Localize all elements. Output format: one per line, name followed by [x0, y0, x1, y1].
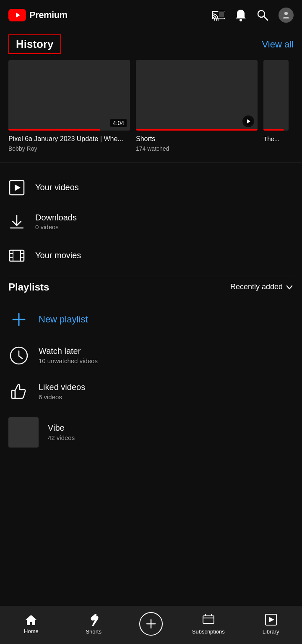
- history-thumbnails: 4:04 Pixel 6a January 2023 Update | Whe.…: [0, 60, 302, 154]
- downloads-item[interactable]: Downloads 0 videos: [8, 204, 294, 239]
- history-title[interactable]: History: [8, 34, 61, 54]
- your-videos-item[interactable]: Your videos: [8, 171, 294, 204]
- download-icon: [8, 213, 25, 230]
- progress-bar-1: [8, 129, 100, 131]
- nav-library-label: Library: [263, 628, 279, 635]
- watch-later-name: Watch later: [39, 346, 98, 356]
- watch-later-sub: 10 unwatched videos: [39, 357, 98, 364]
- thumb-img-3: [263, 60, 289, 131]
- svg-line-6: [264, 16, 268, 20]
- history-video-2[interactable]: Shorts 174 watched: [136, 60, 258, 154]
- playlists-title: Playlists: [8, 281, 49, 293]
- video-sub-2: 174 watched: [136, 145, 258, 152]
- svg-point-7: [284, 12, 288, 15]
- subscriptions-icon: [202, 613, 215, 626]
- menu-section: Your videos Downloads 0 videos: [0, 171, 302, 272]
- play-icon: [12, 11, 22, 19]
- bottom-spacer: [0, 455, 302, 505]
- video-title-1: Pixel 6a January 2023 Update | Whe...: [8, 135, 130, 144]
- nav-shorts-label: Shorts: [86, 628, 102, 635]
- your-movies-item[interactable]: Your movies: [8, 239, 294, 272]
- svg-point-4: [240, 19, 242, 21]
- video-duration-1: 4:04: [110, 119, 127, 127]
- youtube-logo[interactable]: Premium: [8, 9, 68, 21]
- svg-marker-27: [26, 615, 36, 625]
- chevron-down-icon: [285, 283, 294, 291]
- svg-marker-0: [16, 13, 20, 18]
- shorts-icon: [87, 613, 100, 626]
- home-icon: [25, 614, 37, 626]
- liked-videos-name: Liked videos: [39, 382, 85, 392]
- header-left: Premium: [8, 9, 68, 21]
- svg-marker-35: [269, 617, 274, 622]
- new-playlist-button[interactable]: New playlist: [8, 301, 294, 338]
- playlists-header: Playlists Recently added: [8, 277, 294, 301]
- header: Premium: [0, 0, 302, 30]
- nav-shorts[interactable]: Shorts: [77, 613, 110, 635]
- account-icon[interactable]: [279, 8, 294, 23]
- plus-icon: [8, 309, 29, 330]
- liked-videos-sub: 6 videos: [39, 393, 85, 401]
- nav-library[interactable]: Library: [254, 613, 288, 635]
- sort-button[interactable]: Recently added: [230, 283, 294, 291]
- thumb-img-1: 4:04: [8, 60, 130, 131]
- vibe-name: Vibe: [48, 423, 75, 433]
- video-title-3: The...: [263, 135, 289, 143]
- nav-home-label: Home: [24, 628, 39, 634]
- svg-marker-11: [15, 184, 21, 191]
- sort-label: Recently added: [230, 283, 283, 291]
- video-channel-1: Bobby Roy: [8, 145, 130, 152]
- view-all-button[interactable]: View all: [262, 39, 294, 50]
- nav-subscriptions-label: Subscriptions: [192, 628, 225, 635]
- thumb-info-3: The...: [263, 131, 289, 145]
- play-square-icon: [8, 179, 25, 196]
- nav-home[interactable]: Home: [14, 614, 48, 634]
- your-movies-label: Your movies: [35, 251, 81, 260]
- history-video-1[interactable]: 4:04 Pixel 6a January 2023 Update | Whe.…: [8, 60, 130, 154]
- thumb-info-2: Shorts 174 watched: [136, 131, 258, 154]
- thumb-info-1: Pixel 6a January 2023 Update | Whe... Bo…: [8, 131, 130, 154]
- history-section-header: History View all: [0, 30, 302, 60]
- cast-icon[interactable]: [212, 10, 225, 21]
- thumb-img-2: [136, 60, 258, 131]
- liked-videos-item[interactable]: Liked videos 6 videos: [8, 374, 294, 410]
- bottom-nav: Home Shorts Subscriptions: [0, 606, 302, 644]
- video-title-2: Shorts: [136, 135, 258, 144]
- nav-subscriptions[interactable]: Subscriptions: [192, 613, 225, 635]
- clock-icon: [8, 345, 29, 366]
- yt-icon-bg: [8, 9, 26, 21]
- vibe-item[interactable]: Vibe 42 videos: [8, 410, 294, 455]
- thumbs-up-icon: [8, 381, 29, 402]
- watch-later-item[interactable]: Watch later 10 unwatched videos: [8, 338, 294, 374]
- library-icon: [265, 613, 277, 626]
- film-icon: [8, 247, 25, 264]
- svg-rect-14: [10, 250, 24, 261]
- svg-rect-30: [203, 616, 214, 623]
- new-playlist-label: New playlist: [39, 314, 88, 325]
- shorts-badge-icon: [242, 115, 254, 127]
- nav-create-button[interactable]: [139, 612, 163, 636]
- playlists-section: Playlists Recently added New playlist: [0, 277, 302, 455]
- svg-line-25: [19, 356, 22, 359]
- history-video-3[interactable]: The...: [263, 60, 289, 154]
- divider-1: [0, 162, 302, 162]
- vibe-thumbnail: [8, 417, 39, 448]
- svg-rect-26: [12, 390, 15, 398]
- app-brand: Premium: [29, 10, 68, 21]
- downloads-label: Downloads: [35, 213, 77, 223]
- notifications-icon[interactable]: [235, 9, 247, 21]
- search-icon[interactable]: [257, 9, 268, 21]
- your-videos-label: Your videos: [35, 183, 79, 192]
- vibe-sub: 42 videos: [48, 434, 75, 441]
- header-right: [212, 8, 294, 23]
- downloads-sub: 0 videos: [35, 223, 77, 230]
- svg-rect-3: [219, 12, 224, 17]
